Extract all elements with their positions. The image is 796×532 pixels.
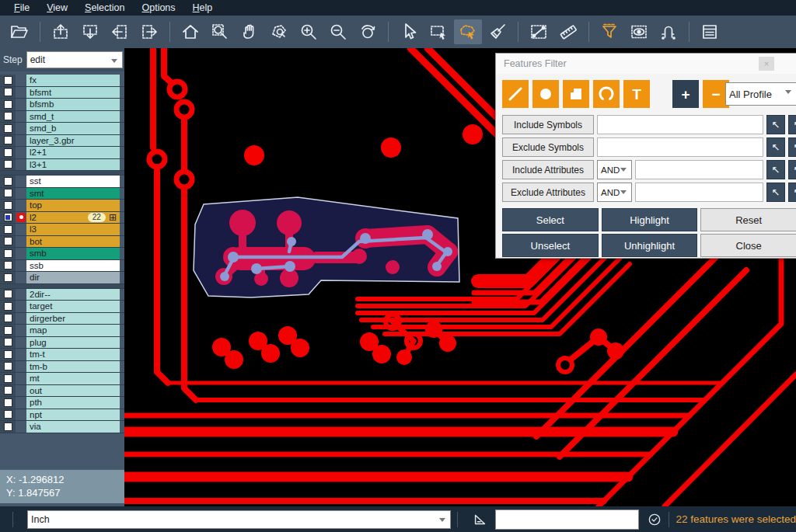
layer-name[interactable]: layer_3.gbr [26,135,120,147]
file-open-button[interactable] [5,19,33,44]
zoom-polygon-button[interactable] [265,19,293,44]
exclude-attributes-input[interactable] [635,183,763,202]
apply-button[interactable] [647,512,662,527]
layer-name[interactable]: dir [26,272,120,283]
layer-visibility-checkbox[interactable] [4,201,12,210]
exclude-attributes-button[interactable]: Exclude Attributes [502,183,594,202]
layer-name[interactable]: out [26,385,120,397]
layer-visibility-checkbox[interactable] [4,160,12,169]
pick-add-symbol-button[interactable]: ↖+ [788,115,796,134]
grid-icon[interactable]: ⊞ [109,212,117,223]
layer-visibility-checkbox[interactable] [4,177,12,186]
reset-button[interactable]: Reset [700,208,796,231]
polygon-select-button[interactable] [454,19,482,44]
rect-select-button[interactable] [424,19,452,44]
layer-visibility-checkbox[interactable] [4,350,12,359]
pick-attribute-button[interactable]: ↖ [766,160,785,179]
step-select[interactable]: edit [26,51,123,68]
layer-name[interactable]: smd_b [26,123,120,134]
zoom-previous-button[interactable] [354,19,382,44]
layer-name[interactable]: top [26,200,120,211]
profile-select[interactable]: All Profile [725,82,796,106]
zoom-in-button[interactable] [295,19,323,44]
layer-visibility-checkbox[interactable] [4,326,12,335]
features-filter-button[interactable] [595,19,623,44]
layer-name[interactable]: 2dir-- [26,289,120,301]
filter-add-button[interactable]: + [672,80,699,108]
layer-name[interactable]: smb [26,248,120,259]
view-options-button[interactable] [625,19,653,44]
filter-surface-button[interactable] [563,80,589,108]
zoom-area-button[interactable] [206,19,234,44]
close-button[interactable]: Close [700,234,796,257]
unhighlight-button[interactable]: Unhighlight [602,234,698,257]
filter-text-button[interactable]: T [623,80,650,108]
layer-name[interactable]: l3 [26,224,120,235]
layer-visibility-checkbox[interactable] [4,189,12,197]
unit-select[interactable]: Inch [27,510,451,529]
layer-name[interactable]: l3+1 [26,159,120,171]
menu-help[interactable]: Help [185,1,221,15]
layer-visibility-checkbox[interactable] [4,225,12,234]
filter-arc-button[interactable] [593,80,620,108]
pick-add-attribute-button[interactable]: ↖+ [788,160,796,179]
layer-visibility-checkbox[interactable] [4,124,12,133]
ruler-button[interactable] [554,19,582,44]
pick-symbol-button[interactable]: ↖ [766,115,785,134]
layers-panel-button[interactable] [696,19,724,44]
layer-name[interactable]: via [26,421,120,433]
layer-visibility-checkbox[interactable] [4,398,12,407]
pointer-select-button[interactable] [395,19,423,44]
layer-visibility-checkbox[interactable] [4,76,12,85]
menu-file[interactable]: File [6,1,37,15]
selection-region[interactable] [194,197,459,297]
include-attributes-logic-select[interactable]: AND [597,160,632,179]
clean-brush-button[interactable] [484,19,511,44]
menu-options[interactable]: Options [134,1,183,15]
layer-name[interactable]: smt [26,188,120,200]
layer-visibility-checkbox[interactable] [4,88,12,96]
menu-selection[interactable]: Selection [77,1,132,15]
layer-visibility-checkbox[interactable] [4,136,12,144]
layer-visibility-checkbox[interactable] [4,314,12,322]
include-symbols-input[interactable] [597,115,763,134]
layer-visibility-checkbox[interactable] [4,422,12,431]
layer-name[interactable]: bfsmt [26,87,120,99]
pan-button[interactable] [236,19,264,44]
layer-visibility-checkbox[interactable] [4,249,12,258]
exclude-symbols-input[interactable] [597,137,763,157]
filter-pad-button[interactable] [532,80,559,108]
layer-name[interactable]: bfsmb [26,99,120,110]
layer-name[interactable]: plug [26,337,120,349]
layer-visibility-checkbox[interactable] [4,302,12,311]
pick-attribute-button[interactable]: ↖ [766,183,785,202]
layer-visibility-checkbox[interactable] [4,213,12,221]
layer-visibility-checkbox[interactable] [4,290,12,298]
include-symbols-button[interactable]: Include Symbols [502,115,594,134]
layer-name[interactable]: l222⊞ [26,212,120,224]
import-right-button[interactable] [135,19,163,44]
layer-visibility-checkbox[interactable] [4,148,12,157]
layer-name[interactable]: dirgerber [26,313,120,325]
snap-angle-button[interactable] [472,511,489,528]
layer-name[interactable]: mt [26,373,120,384]
filter-line-button[interactable] [502,80,529,108]
layer-visibility-checkbox[interactable] [4,374,12,383]
layer-visibility-checkbox[interactable] [4,410,12,419]
unselect-button[interactable]: Unselect [502,234,599,257]
menu-view[interactable]: View [39,1,75,15]
layer-name[interactable]: fx [26,75,120,86]
pick-add-attribute-button[interactable]: ↖+ [788,183,796,202]
layer-visibility-checkbox[interactable] [4,386,12,395]
layer-name[interactable]: npt [26,409,120,421]
measure-points-button[interactable] [525,19,553,44]
snap-button[interactable] [655,19,683,44]
layer-name[interactable]: smd_t [26,111,120,123]
home-view-button[interactable] [176,19,204,44]
command-input[interactable] [495,509,639,530]
layer-visibility-checkbox[interactable] [4,261,12,269]
dialog-title-bar[interactable]: Features Filter × [496,54,796,74]
pick-add-symbol-button[interactable]: ↖+ [788,137,796,157]
select-button[interactable]: Select [502,208,599,231]
layer-visibility-checkbox[interactable] [4,112,12,120]
